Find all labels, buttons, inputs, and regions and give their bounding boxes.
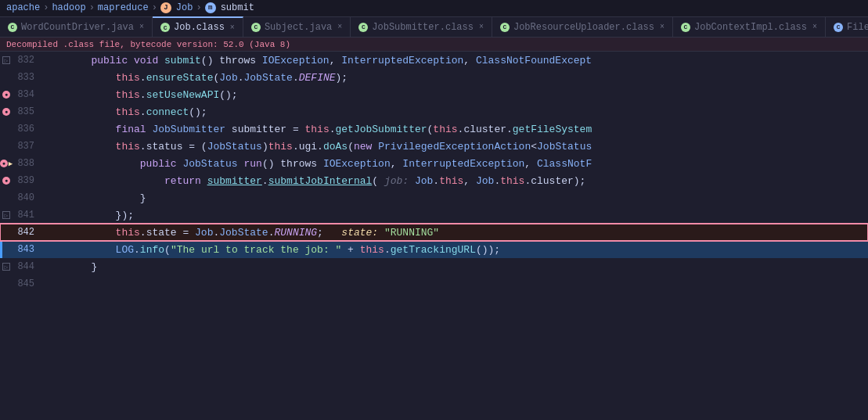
code-line-845: 845 xyxy=(0,275,868,293)
tab-label-jobcontext: JobContextImpl.class xyxy=(694,22,807,33)
tab-job[interactable]: C Job.class × xyxy=(153,16,243,37)
breadcrumb-sep-1: › xyxy=(43,2,49,13)
breadcrumb-job[interactable]: Job xyxy=(176,2,193,13)
line-content-841: }); xyxy=(39,206,868,224)
linenum-840: 840 xyxy=(13,192,34,203)
tab-close-jobsubmitter[interactable]: × xyxy=(479,23,484,31)
tab-label-job: Job.class xyxy=(174,22,225,33)
code-line-842: 842 this.state = Job.JobState.RUNNING; s… xyxy=(0,224,868,241)
breadcrumb-mapreduce[interactable]: mapreduce xyxy=(98,2,149,13)
linenum-844: 844 xyxy=(13,261,34,272)
tab-wordcount[interactable]: C WordCountDriver.java × xyxy=(0,16,153,37)
linenum-833: 833 xyxy=(13,72,34,83)
breadcrumb-bar: apache › hadoop › mapreduce › J Job › m … xyxy=(0,0,868,16)
tab-close-job[interactable]: × xyxy=(230,23,235,32)
breakpoint-834[interactable]: ● xyxy=(2,91,10,99)
fold-841[interactable]: ▷ xyxy=(2,211,10,219)
code-line-832: ▷ 832 public void submit() throws IOExce… xyxy=(0,52,868,69)
line-content-835: this.connect(); xyxy=(39,103,868,120)
code-line-844: ▷ 844 } xyxy=(0,258,868,275)
line-content-844: } xyxy=(39,258,868,275)
job-class-icon: J xyxy=(160,2,171,13)
tab-label-fileoutput: FileOutputForm xyxy=(847,22,868,33)
tab-icon-jobresource: C xyxy=(500,23,510,32)
linenum-838: 838 xyxy=(13,158,34,169)
code-line-838: ● ▶ 838 public JobStatus run() throws IO… xyxy=(0,155,868,172)
info-bar: Decompiled .class file, bytecode version… xyxy=(0,38,868,52)
tab-fileoutput[interactable]: C FileOutputForm × xyxy=(826,16,868,37)
tab-close-jobresource[interactable]: × xyxy=(660,23,665,31)
linenum-842: 842 xyxy=(13,227,34,238)
linenum-841: 841 xyxy=(13,210,34,221)
tab-jobcontext[interactable]: C JobContextImpl.class × xyxy=(673,16,826,37)
line-content-837: this.status = (JobStatus)this.ugi.doAs(n… xyxy=(39,138,868,155)
code-line-840: 840 } xyxy=(0,189,868,206)
breadcrumb-sep-4: › xyxy=(196,2,201,13)
line-content-840: } xyxy=(39,189,868,206)
tab-icon-job: C xyxy=(160,23,170,32)
gutter-843: 843 xyxy=(0,241,39,258)
method-icon: m xyxy=(205,2,216,13)
linenum-843: 843 xyxy=(13,244,34,255)
code-line-833: 833 this.ensureState(Job.JobState.DEFINE… xyxy=(0,69,868,86)
tab-icon-jobcontext: C xyxy=(681,23,690,32)
fold-832[interactable]: ▷ xyxy=(2,56,10,64)
line-content-839: return submitter.submitJobInternal( job:… xyxy=(39,172,868,189)
line-content-833: this.ensureState(Job.JobState.DEFINE); xyxy=(39,69,868,86)
code-area[interactable]: ▷ 832 public void submit() throws IOExce… xyxy=(0,52,868,420)
code-line-834: ● 834 this.setUseNewAPI(); xyxy=(0,86,868,103)
gutter-838: ● ▶ 838 xyxy=(0,155,39,172)
linenum-839: 839 xyxy=(13,175,34,186)
code-line-839: ● 839 return submitter.submitJobInternal… xyxy=(0,172,868,189)
tab-jobresource[interactable]: C JobResourceUploader.class × xyxy=(492,16,673,37)
tab-jobsubmitter[interactable]: C JobSubmitter.class × xyxy=(351,16,492,37)
linenum-845: 845 xyxy=(13,278,34,289)
tab-icon-wordcount: C xyxy=(8,23,17,32)
breadcrumb-sep-2: › xyxy=(89,2,95,13)
line-content-845 xyxy=(39,275,868,293)
code-line-835: ● 835 this.connect(); xyxy=(0,103,868,120)
tab-icon-fileoutput: C xyxy=(834,23,843,32)
gutter-837: 837 xyxy=(0,138,39,155)
breakpoint-839[interactable]: ● xyxy=(2,177,10,185)
code-line-843: 843 LOG.info("The url to track the job: … xyxy=(0,241,868,258)
tab-label-subject: Subject.java xyxy=(265,22,332,33)
linenum-835: 835 xyxy=(13,106,34,117)
tab-close-subject[interactable]: × xyxy=(337,23,342,31)
breadcrumb-submit[interactable]: submit xyxy=(221,2,254,13)
line-content-838: public JobStatus run() throws IOExceptio… xyxy=(39,155,868,172)
code-line-836: 836 final JobSubmitter submitter = this.… xyxy=(0,120,868,138)
gutter-841: ▷ 841 xyxy=(0,206,39,224)
breadcrumb-apache[interactable]: apache xyxy=(6,2,40,13)
breakpoint-835[interactable]: ● xyxy=(2,108,10,116)
tab-icon-jobsubmitter: C xyxy=(358,23,368,32)
tab-label-jobresource: JobResourceUploader.class xyxy=(513,22,654,33)
tab-subject[interactable]: C Subject.java × xyxy=(243,16,351,37)
gutter-835: ● 835 xyxy=(0,103,39,120)
gutter-833: 833 xyxy=(0,69,39,86)
breakpoint-arrow-838[interactable]: ● ▶ xyxy=(2,160,10,168)
info-text: Decompiled .class file, bytecode version… xyxy=(6,40,290,49)
tab-close-wordcount[interactable]: × xyxy=(139,23,144,31)
code-line-841: ▷ 841 }); xyxy=(0,206,868,224)
line-content-836: final JobSubmitter submitter = this.getJ… xyxy=(39,120,868,138)
tabs-bar: C WordCountDriver.java × C Job.class × C… xyxy=(0,16,868,38)
tab-label-wordcount: WordCountDriver.java xyxy=(21,22,134,33)
gutter-839: ● 839 xyxy=(0,172,39,189)
tab-label-jobsubmitter: JobSubmitter.class xyxy=(372,22,474,33)
gutter-842: 842 xyxy=(0,224,39,241)
line-content-842: this.state = Job.JobState.RUNNING; state… xyxy=(39,224,868,241)
breadcrumb-hadoop[interactable]: hadoop xyxy=(52,2,85,13)
gutter-832: ▷ 832 xyxy=(0,52,39,69)
gutter-834: ● 834 xyxy=(0,86,39,103)
linenum-834: 834 xyxy=(13,89,34,100)
linenum-836: 836 xyxy=(13,124,34,135)
line-content-832: public void submit() throws IOException,… xyxy=(39,52,868,69)
gutter-845: 845 xyxy=(0,275,39,293)
gutter-844: ▷ 844 xyxy=(0,258,39,275)
fold-844[interactable]: ▷ xyxy=(2,263,10,271)
tab-icon-subject: C xyxy=(251,23,261,32)
linenum-837: 837 xyxy=(13,141,34,152)
tab-close-jobcontext[interactable]: × xyxy=(812,23,817,31)
breadcrumb-sep-3: › xyxy=(152,2,157,13)
